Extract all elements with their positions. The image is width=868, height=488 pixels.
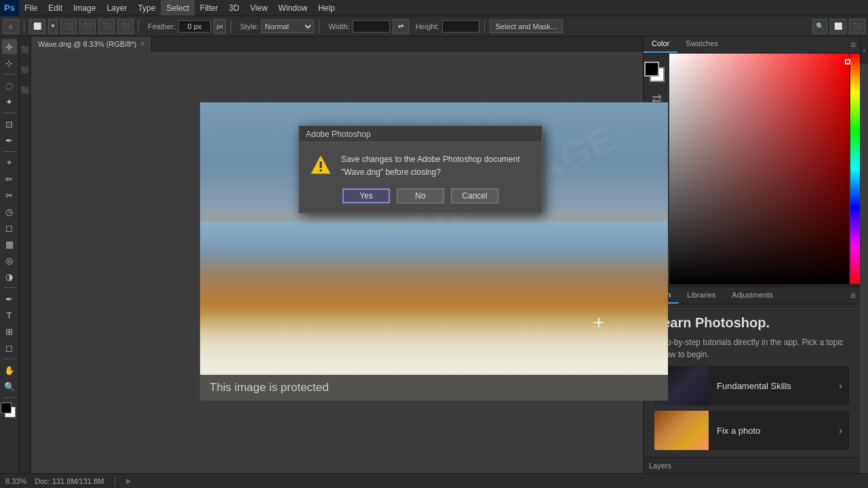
protected-bar: This image is protected	[200, 375, 668, 401]
menu-help[interactable]: Help	[313, 0, 340, 16]
menu-edit[interactable]: Edit	[43, 0, 68, 16]
dialog-body: Save changes to the Adobe Photoshop docu…	[299, 142, 542, 188]
dialog-title-text: Adobe Photoshop	[306, 129, 370, 139]
warning-icon	[310, 155, 332, 176]
menu-3d[interactable]: 3D	[223, 0, 244, 16]
ps-logo: Ps	[0, 0, 19, 16]
dialog-buttons: Yes No Cancel	[299, 188, 542, 213]
svg-rect-4	[320, 169, 322, 171]
color-panel: Color Swatches ≡ ⇄	[644, 37, 860, 284]
main-area: ✛ ⊹ ◌ ✦ ⊡ ✒ ⌖ ✏ ✂ ◷ ◻ ▦ ◎ ◑ ✒ T ⊞ ◻ ✋ 🔍 …	[0, 37, 868, 473]
menu-type[interactable]: Type	[132, 0, 161, 16]
protected-text: This image is protected	[210, 381, 329, 394]
menu-file[interactable]: File	[19, 0, 43, 16]
dialog-titlebar: Adobe Photoshop	[299, 126, 542, 142]
menu-image[interactable]: Image	[68, 0, 101, 16]
yes-button[interactable]: Yes	[342, 188, 390, 203]
menu-select[interactable]: Select	[161, 0, 194, 16]
menu-window[interactable]: Window	[273, 0, 313, 16]
menu-layer[interactable]: Layer	[101, 0, 132, 16]
cancel-button[interactable]: Cancel	[451, 188, 498, 203]
save-dialog: Adobe Photoshop Save changes to the Adob…	[298, 125, 542, 214]
menu-view[interactable]: View	[245, 0, 273, 16]
color-body: ⇄	[644, 54, 860, 284]
color-gradient[interactable]	[669, 54, 860, 284]
menu-filter[interactable]: Filter	[195, 0, 224, 16]
fg-bg-swatches[interactable]	[644, 62, 669, 86]
no-button[interactable]: No	[397, 188, 444, 203]
canvas-area: Wave.dng @ 8.33% (RGB/8*) × thaco.ir WAT…	[31, 37, 643, 473]
menubar: Ps File Edit Image Layer Type Select Fil…	[0, 0, 868, 16]
right-collapse-button[interactable]: ‹	[860, 37, 868, 64]
hue-bar[interactable]	[850, 54, 860, 284]
dialog-message: Save changes to the Adobe Photoshop docu…	[341, 153, 520, 179]
svg-rect-3	[320, 161, 322, 168]
